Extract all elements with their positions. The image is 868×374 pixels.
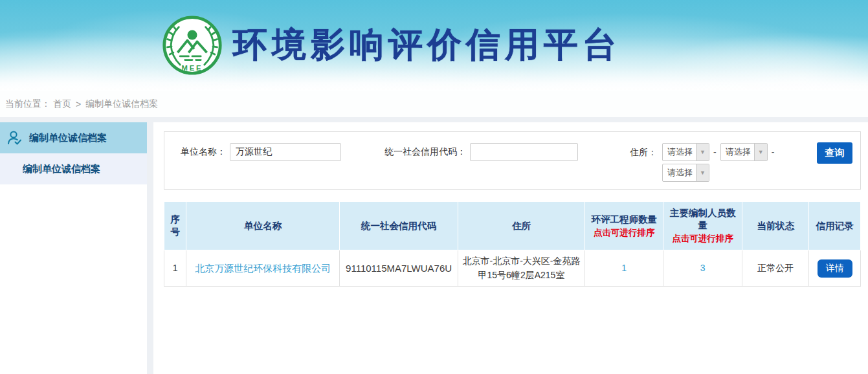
address-field: 住所： 请选择 ▼ - 请选择 ▼ xyxy=(630,143,778,182)
page: MEE 环境影响评价信用平台 当前位置： 首页 > 编制单位诚信档案 编制单位诚… xyxy=(0,0,868,374)
sidebar-item-unit-archive[interactable]: 编制单位诚信档案 xyxy=(0,153,147,184)
search-form: 单位名称： 统一社会信用代码： 住所： 请选择 ▼ xyxy=(164,131,861,190)
user-check-icon xyxy=(6,129,23,146)
breadcrumb-prefix: 当前位置： xyxy=(5,98,50,110)
site-title: 环境影响评价信用平台 xyxy=(233,22,621,69)
company-name-input[interactable] xyxy=(230,143,341,161)
header-engineer-count-sort[interactable]: 环评工程师数量 点击可进行排序 xyxy=(584,202,663,250)
header-address: 住所 xyxy=(458,202,585,250)
company-name-link[interactable]: 北京万源世纪环保科技有限公司 xyxy=(195,263,331,274)
cell-credit-code: 91110115MA7LWUA76U xyxy=(340,250,458,287)
header-status: 当前状态 xyxy=(742,202,809,250)
header-credit-record: 信用记录 xyxy=(809,202,861,250)
address-label: 住所： xyxy=(630,143,657,161)
cell-status: 正常公开 xyxy=(742,250,809,287)
sidebar-item-label: 编制单位诚信档案 xyxy=(29,132,107,144)
main-content: 单位名称： 统一社会信用代码： 住所： 请选择 ▼ xyxy=(153,122,868,374)
address-city-select[interactable]: 请选择 ▼ xyxy=(720,143,768,161)
query-button[interactable]: 查询 xyxy=(817,142,852,164)
sidebar-item-unit-archive-parent[interactable]: 编制单位诚信档案 xyxy=(0,122,147,153)
header-credit-code: 统一社会信用代码 xyxy=(340,202,458,250)
brand: MEE 环境影响评价信用平台 xyxy=(162,15,621,76)
header-staff-count-sort[interactable]: 主要编制人员数量 点击可进行排序 xyxy=(663,202,742,250)
content: 编制单位诚信档案 编制单位诚信档案 单位名称： 统一社会信用代码： xyxy=(0,117,868,374)
breadcrumb-separator: > xyxy=(76,99,81,109)
table-row: 1 北京万源世纪环保科技有限公司 91110115MA7LWUA76U 北京市-… xyxy=(164,250,861,287)
credit-code-input[interactable] xyxy=(470,143,578,161)
breadcrumb: 当前位置： 首页 > 编制单位诚信档案 xyxy=(0,91,868,117)
mee-logo-icon: MEE xyxy=(162,15,223,76)
address-province-select[interactable]: 请选择 ▼ xyxy=(662,143,709,161)
address-district-select[interactable]: 请选择 ▼ xyxy=(662,164,709,182)
detail-button[interactable]: 详情 xyxy=(818,259,852,278)
staff-count-link[interactable]: 3 xyxy=(700,263,706,273)
svg-text:MEE: MEE xyxy=(182,64,203,72)
sidebar: 编制单位诚信档案 编制单位诚信档案 xyxy=(0,122,147,374)
table-header-row: 序号 单位名称 统一社会信用代码 住所 环评工程师数量 点击可进行排序 主要编制… xyxy=(164,202,861,250)
results-table: 序号 单位名称 统一社会信用代码 住所 环评工程师数量 点击可进行排序 主要编制… xyxy=(164,201,861,287)
sidebar-item-label: 编制单位诚信档案 xyxy=(23,163,100,175)
sort-hint: 点击可进行排序 xyxy=(666,233,739,245)
address-dash: - xyxy=(772,143,775,161)
breadcrumb-home-link[interactable]: 首页 xyxy=(53,98,71,110)
chevron-down-icon: ▼ xyxy=(696,164,709,181)
breadcrumb-current: 编制单位诚信档案 xyxy=(85,98,158,110)
sort-hint: 点击可进行排序 xyxy=(588,227,661,239)
cell-address: 北京市-北京市-大兴区-金苑路甲15号6幢2层A215室 xyxy=(458,250,585,287)
company-name-label: 单位名称： xyxy=(181,146,226,158)
cell-index: 1 xyxy=(164,250,186,287)
chevron-down-icon: ▼ xyxy=(696,144,709,160)
chevron-down-icon: ▼ xyxy=(754,144,767,160)
site-header: MEE 环境影响评价信用平台 xyxy=(0,0,868,91)
credit-code-label: 统一社会信用代码： xyxy=(384,146,466,158)
address-dash: - xyxy=(713,143,717,161)
credit-code-field: 统一社会信用代码： xyxy=(384,143,578,161)
company-name-field: 单位名称： xyxy=(181,143,341,161)
header-index: 序号 xyxy=(164,202,186,250)
engineer-count-link[interactable]: 1 xyxy=(621,263,627,273)
header-company-name: 单位名称 xyxy=(186,202,340,250)
